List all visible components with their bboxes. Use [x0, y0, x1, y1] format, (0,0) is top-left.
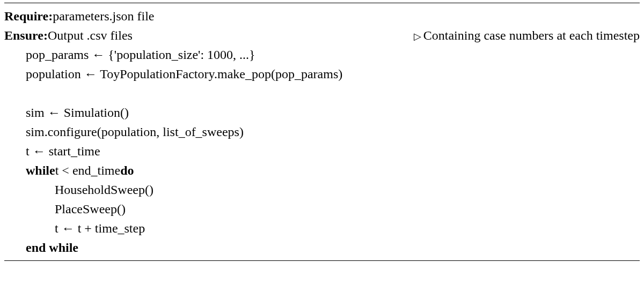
line-population: population ← ToyPopulationFactory.make_p…: [4, 64, 640, 84]
do-keyword: do: [120, 161, 134, 180]
while-keyword: while: [26, 161, 55, 180]
line-sim: sim ← Simulation(): [4, 103, 640, 122]
line-household: HouseholdSweep(): [4, 180, 640, 199]
line-configure: sim.configure(population, list_of_sweeps…: [4, 122, 640, 141]
comment: ▷ Containing case numbers at each timest…: [414, 26, 640, 45]
algorithm-block: Require: parameters.json file Ensure: Ou…: [4, 3, 640, 261]
end-while-line: end while: [4, 238, 640, 257]
line-t-step: t ← t + time_step: [4, 219, 640, 238]
ensure-value: Output .csv files: [48, 26, 133, 45]
line-place: PlaceSweep(): [4, 199, 640, 219]
while-line: while t < end_time do: [4, 161, 640, 180]
comment-text: Containing case numbers at each timestep: [423, 26, 640, 45]
require-value: parameters.json file: [53, 6, 154, 26]
require-label: Require:: [4, 6, 53, 26]
ensure-line: Ensure: Output .csv files ▷ Containing c…: [4, 26, 640, 45]
blank-line: [4, 84, 640, 103]
ensure-label: Ensure:: [4, 26, 48, 45]
while-condition: t < end_time: [55, 161, 121, 180]
line-t-start: t ← start_time: [4, 141, 640, 161]
line-pop-params: pop_params ← {'population_size': 1000, .…: [4, 45, 640, 64]
end-while-keyword: end while: [26, 238, 78, 257]
require-line: Require: parameters.json file: [4, 6, 640, 26]
triangle-icon: ▷: [414, 29, 423, 44]
